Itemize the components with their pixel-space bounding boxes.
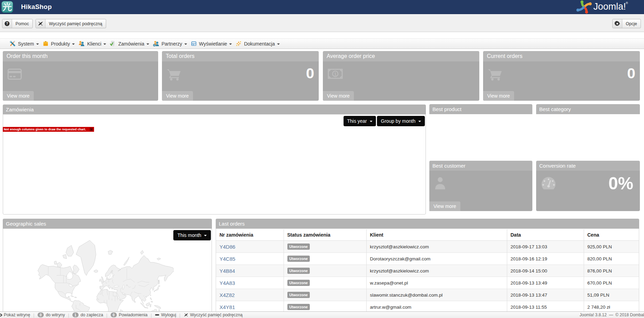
svg-text:?: ? (6, 22, 8, 26)
svg-text:1: 1 (334, 71, 336, 77)
